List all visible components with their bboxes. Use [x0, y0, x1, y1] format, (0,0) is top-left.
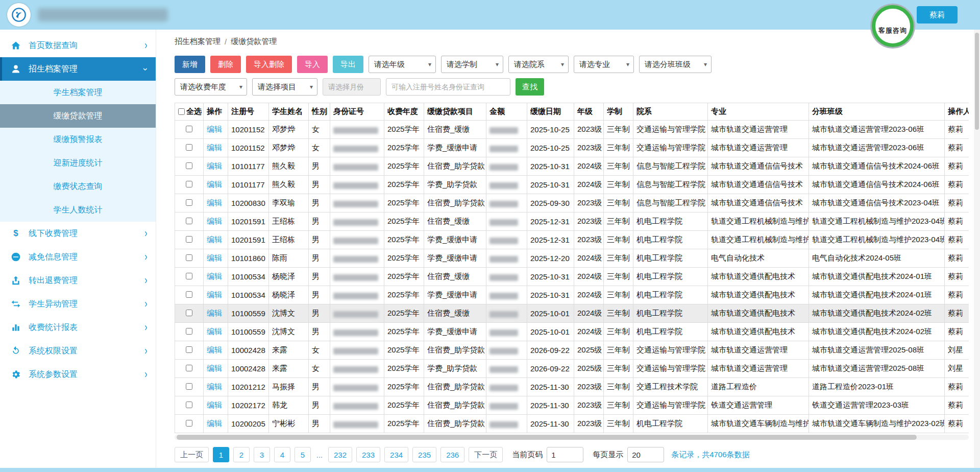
- row-checkbox[interactable]: [186, 402, 192, 408]
- edit-link[interactable]: 编辑: [207, 309, 222, 317]
- row-checkbox[interactable]: [186, 162, 192, 169]
- user-button[interactable]: 蔡莉: [917, 6, 958, 23]
- cell-loan-item: 住宿费_助学贷款: [424, 194, 486, 213]
- cell-college: 机电工程学院: [633, 323, 708, 341]
- edit-link[interactable]: 编辑: [207, 253, 222, 262]
- cell-gender: 男: [309, 415, 330, 433]
- breadcrumb-parent[interactable]: 招生档案管理: [175, 37, 220, 46]
- cell-fee-year: 2025学年: [384, 194, 424, 213]
- row-checkbox[interactable]: [186, 126, 192, 132]
- sidebar-item-5[interactable]: 学生异动管理›: [0, 292, 156, 316]
- select-all-checkbox[interactable]: [178, 108, 185, 115]
- row-checkbox[interactable]: [186, 144, 192, 151]
- chevron-down-icon: ▾: [704, 61, 707, 68]
- sidebar-subitem[interactable]: 缓缴贷款管理: [0, 104, 156, 128]
- cell-student-name: 沈博文: [269, 304, 309, 323]
- row-checkbox[interactable]: [186, 310, 192, 316]
- filter-select-major[interactable]: 请选专业▾: [574, 56, 634, 73]
- edit-link[interactable]: 编辑: [207, 125, 222, 133]
- edit-link[interactable]: 编辑: [207, 235, 222, 244]
- edit-link[interactable]: 编辑: [207, 272, 222, 280]
- sidebar-item-6[interactable]: 收费统计报表›: [0, 316, 156, 339]
- row-checkbox[interactable]: [186, 346, 192, 353]
- filter-select-grade[interactable]: 请选年级▾: [369, 56, 436, 73]
- edit-link[interactable]: 编辑: [207, 382, 222, 391]
- sidebar-subitem[interactable]: 学生人数统计: [0, 198, 156, 222]
- row-checkbox[interactable]: [186, 291, 192, 298]
- sidebar-subitem[interactable]: 缴费状态查询: [0, 175, 156, 198]
- table-header-row: 全选操作注册号学生姓名性别身份证号收费年度缓缴贷款项目金额缓缴日期年级学制院系专…: [175, 103, 969, 121]
- page-button-232[interactable]: 232: [328, 447, 352, 462]
- edit-link[interactable]: 编辑: [207, 400, 222, 409]
- action-button-0[interactable]: 新增: [175, 56, 205, 73]
- action-button-1[interactable]: 删除: [210, 56, 241, 73]
- vertical-scrollbar[interactable]: [974, 30, 980, 468]
- edit-link[interactable]: 编辑: [207, 161, 222, 170]
- next-page-button[interactable]: 下一页: [469, 447, 503, 462]
- horizontal-scrollbar-thumb[interactable]: [177, 435, 917, 440]
- action-button-2[interactable]: 导入删除: [246, 56, 292, 73]
- edit-link[interactable]: 编辑: [207, 217, 222, 225]
- row-checkbox[interactable]: [186, 218, 192, 224]
- filter-select-length[interactable]: 请选学制▾: [441, 56, 503, 73]
- edit-link[interactable]: 编辑: [207, 345, 222, 354]
- action-button-4[interactable]: 导出: [333, 56, 363, 73]
- edit-link[interactable]: 编辑: [207, 419, 222, 428]
- page-button-5[interactable]: 5: [295, 447, 311, 462]
- sidebar-subitem[interactable]: 缓缴预警报表: [0, 128, 156, 151]
- edit-link[interactable]: 编辑: [207, 180, 222, 188]
- row-checkbox[interactable]: [186, 328, 192, 335]
- page-size-input[interactable]: [627, 447, 664, 462]
- action-button-3[interactable]: 导入: [297, 56, 328, 73]
- current-page-input[interactable]: [547, 447, 583, 462]
- page-button-235[interactable]: 235: [412, 447, 436, 462]
- prev-page-button[interactable]: 上一页: [175, 447, 209, 462]
- row-checkbox[interactable]: [186, 383, 192, 390]
- sidebar: 首页数据查询›招生档案管理›学生档案管理缓缴贷款管理缓缴预警报表迎新进度统计缴费…: [0, 30, 156, 468]
- cell-college: 交通运输与管理学院: [633, 396, 708, 415]
- filter-select-class[interactable]: 请选分班班级▾: [639, 56, 712, 73]
- edit-link[interactable]: 编辑: [207, 290, 222, 299]
- find-button[interactable]: 查找: [516, 78, 544, 96]
- edit-link[interactable]: 编辑: [207, 198, 222, 207]
- row-checkbox[interactable]: [186, 254, 192, 261]
- sidebar-item-8[interactable]: 系统参数设置›: [0, 363, 156, 386]
- row-checkbox[interactable]: [186, 199, 192, 206]
- sidebar-item-4[interactable]: 转出退费管理›: [0, 269, 156, 292]
- sidebar-item-3[interactable]: 减免信息管理›: [0, 245, 156, 269]
- page-button-234[interactable]: 234: [384, 447, 408, 462]
- sidebar-subitem[interactable]: 迎新进度统计: [0, 151, 156, 175]
- row-checkbox[interactable]: [186, 273, 192, 279]
- vertical-scrollbar-thumb[interactable]: [975, 33, 979, 130]
- page-button-233[interactable]: 233: [356, 447, 380, 462]
- page-button-4[interactable]: 4: [274, 447, 290, 462]
- sidebar-item-2[interactable]: $线下收费管理›: [0, 222, 156, 245]
- cell-student-name: 来露: [269, 360, 309, 378]
- month-input[interactable]: [323, 78, 381, 96]
- cell-student-name: 邓梦烨: [269, 121, 309, 139]
- edit-link[interactable]: 编辑: [207, 327, 222, 336]
- page-button-1[interactable]: 1: [213, 447, 229, 462]
- page-button-3[interactable]: 3: [254, 447, 270, 462]
- service-badge[interactable]: 客服咨询: [872, 5, 914, 47]
- horizontal-scrollbar[interactable]: [175, 435, 969, 440]
- sidebar-item-7[interactable]: 系统权限设置›: [0, 339, 156, 363]
- page-button-236[interactable]: 236: [440, 447, 464, 462]
- sidebar-item-0[interactable]: 首页数据查询›: [0, 34, 156, 57]
- filter-select-project[interactable]: 请选择项目▾: [252, 78, 317, 96]
- row-checkbox[interactable]: [186, 181, 192, 187]
- edit-link[interactable]: 编辑: [207, 364, 222, 372]
- row-checkbox[interactable]: [186, 420, 192, 427]
- row-checkbox[interactable]: [186, 236, 192, 243]
- filter-select-college[interactable]: 请选院系▾: [508, 56, 569, 73]
- sidebar-subitem[interactable]: 学生档案管理: [0, 81, 156, 104]
- search-input[interactable]: [386, 78, 510, 96]
- filter-select-fee-year[interactable]: 请选收费年度▾: [175, 78, 247, 96]
- cell-length: 三年制: [604, 304, 633, 323]
- column-header-9: 缓缴日期: [527, 103, 574, 121]
- page-button-2[interactable]: 2: [233, 447, 250, 462]
- cell-operator: 蔡莉: [945, 323, 969, 341]
- sidebar-item-1[interactable]: 招生档案管理›: [0, 57, 156, 81]
- row-checkbox[interactable]: [186, 365, 192, 371]
- edit-link[interactable]: 编辑: [207, 143, 222, 152]
